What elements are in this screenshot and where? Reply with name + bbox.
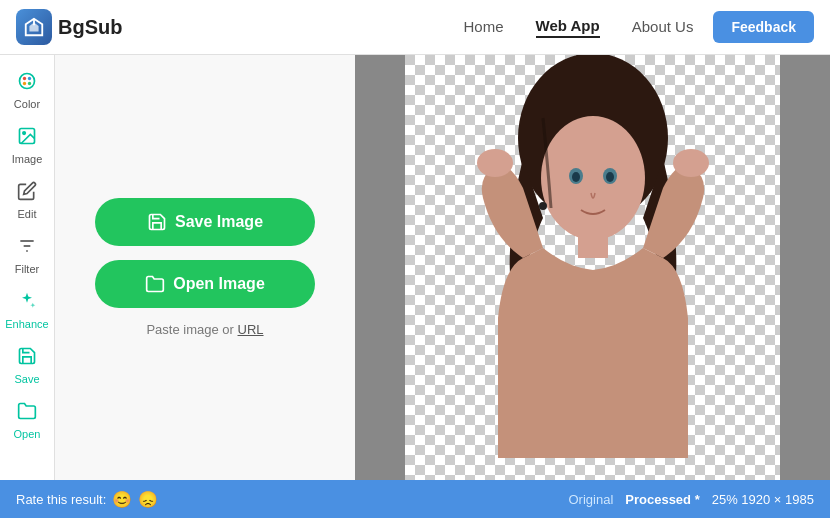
person-svg bbox=[443, 55, 743, 480]
svg-rect-15 bbox=[578, 233, 608, 258]
open-image-label: Open Image bbox=[173, 275, 265, 293]
sidebar: Color Image Edit Filter Enhance bbox=[0, 55, 55, 480]
gray-left-bar bbox=[355, 55, 405, 480]
sad-emoji[interactable]: 😞 bbox=[138, 490, 158, 509]
svg-point-14 bbox=[541, 116, 645, 240]
sidebar-filter-label: Filter bbox=[15, 263, 39, 275]
footer-info: Original Processed * 25% 1920 × 1985 bbox=[568, 492, 814, 507]
edit-icon bbox=[17, 181, 37, 206]
image-area bbox=[355, 55, 830, 480]
logo-icon bbox=[16, 9, 52, 45]
url-link[interactable]: URL bbox=[238, 322, 264, 337]
save-image-label: Save Image bbox=[175, 213, 263, 231]
nav-home[interactable]: Home bbox=[464, 18, 504, 37]
dimensions-label: 25% 1920 × 1985 bbox=[712, 492, 814, 507]
enhance-icon bbox=[17, 291, 37, 316]
logo-area: BgSub bbox=[16, 9, 122, 45]
sidebar-edit-label: Edit bbox=[18, 208, 37, 220]
sidebar-item-save[interactable]: Save bbox=[0, 338, 54, 393]
svg-point-20 bbox=[572, 172, 580, 182]
sidebar-item-open[interactable]: Open bbox=[0, 393, 54, 448]
svg-point-22 bbox=[539, 202, 547, 210]
svg-point-7 bbox=[28, 82, 31, 85]
sidebar-open-label: Open bbox=[14, 428, 41, 440]
processed-label: Processed * bbox=[625, 492, 699, 507]
sidebar-item-filter[interactable]: Filter bbox=[0, 228, 54, 283]
main-nav: Home Web App About Us bbox=[464, 17, 694, 38]
sidebar-enhance-label: Enhance bbox=[5, 318, 48, 330]
original-label: Original bbox=[568, 492, 613, 507]
happy-emoji[interactable]: 😊 bbox=[112, 490, 132, 509]
svg-point-21 bbox=[606, 172, 614, 182]
svg-point-4 bbox=[23, 77, 26, 80]
logo-text: BgSub bbox=[58, 16, 122, 39]
open-icon bbox=[17, 401, 37, 426]
save-icon bbox=[17, 346, 37, 371]
sidebar-item-color[interactable]: Color bbox=[0, 63, 54, 118]
svg-point-17 bbox=[673, 149, 709, 177]
footer-rate-section: Rate this result: 😊 😞 bbox=[16, 490, 158, 509]
nav-about[interactable]: About Us bbox=[632, 18, 694, 37]
filter-icon bbox=[17, 236, 37, 261]
sidebar-item-image[interactable]: Image bbox=[0, 118, 54, 173]
sidebar-item-enhance[interactable]: Enhance bbox=[0, 283, 54, 338]
sidebar-color-label: Color bbox=[14, 98, 40, 110]
center-panel: Save Image Open Image Paste image or URL bbox=[55, 55, 355, 480]
svg-point-9 bbox=[23, 132, 25, 135]
open-image-button[interactable]: Open Image bbox=[95, 260, 315, 308]
nav-webapp[interactable]: Web App bbox=[536, 17, 600, 38]
footer: Rate this result: 😊 😞 Original Processed… bbox=[0, 480, 830, 518]
paste-hint: Paste image or URL bbox=[146, 322, 263, 337]
image-icon bbox=[17, 126, 37, 151]
svg-point-3 bbox=[20, 74, 35, 89]
svg-point-5 bbox=[28, 77, 31, 80]
rate-label: Rate this result: bbox=[16, 492, 106, 507]
main-content: Color Image Edit Filter Enhance bbox=[0, 55, 830, 480]
save-image-button[interactable]: Save Image bbox=[95, 198, 315, 246]
person-image bbox=[405, 55, 780, 480]
feedback-button[interactable]: Feedback bbox=[713, 11, 814, 43]
svg-point-16 bbox=[477, 149, 513, 177]
sidebar-save-label: Save bbox=[14, 373, 39, 385]
gray-right-bar bbox=[780, 55, 830, 480]
sidebar-item-edit[interactable]: Edit bbox=[0, 173, 54, 228]
color-icon bbox=[17, 71, 37, 96]
header: BgSub Home Web App About Us Feedback bbox=[0, 0, 830, 55]
svg-point-6 bbox=[23, 82, 26, 85]
sidebar-image-label: Image bbox=[12, 153, 43, 165]
